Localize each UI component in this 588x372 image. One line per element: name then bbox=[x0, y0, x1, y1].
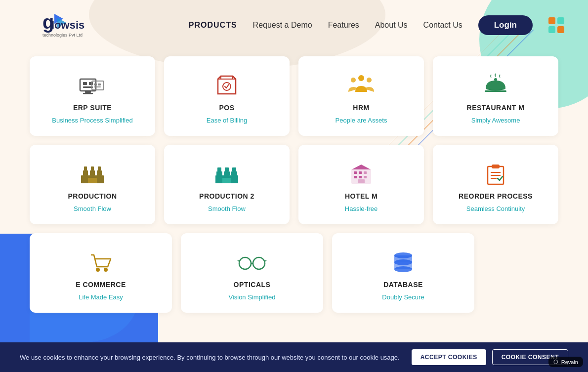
svg-point-57 bbox=[96, 268, 100, 272]
svg-rect-14 bbox=[83, 93, 93, 94]
svg-rect-41 bbox=[232, 167, 236, 171]
svg-rect-49 bbox=[364, 176, 367, 178]
svg-point-58 bbox=[104, 268, 108, 272]
restaurant-icon bbox=[481, 72, 510, 99]
product-hrm[interactable]: HRM People are Assets bbox=[298, 56, 424, 136]
svg-rect-37 bbox=[224, 171, 230, 175]
hotel-icon bbox=[346, 161, 376, 187]
restaurant-tagline: Simply Awesome bbox=[471, 117, 520, 124]
svg-rect-38 bbox=[231, 171, 237, 175]
cookie-message: We use cookies to enhance your browsing … bbox=[20, 354, 412, 361]
svg-rect-42 bbox=[222, 178, 231, 183]
svg-rect-16 bbox=[94, 83, 97, 85]
app-grid-icon[interactable] bbox=[548, 17, 564, 33]
svg-rect-47 bbox=[354, 176, 357, 178]
svg-rect-17 bbox=[98, 83, 101, 85]
svg-rect-50 bbox=[358, 179, 365, 183]
svg-point-59 bbox=[239, 257, 251, 269]
erp-suite-tagline: Business Process Simplified bbox=[52, 117, 132, 124]
product-hotel[interactable]: HOTEL M Hassle-free bbox=[298, 145, 424, 224]
svg-line-63 bbox=[265, 260, 266, 261]
production2-name: PRODUCTION 2 bbox=[199, 192, 254, 200]
pos-tagline: Ease of Billing bbox=[207, 117, 247, 124]
reorder-icon bbox=[481, 161, 510, 187]
nav-contact-us[interactable]: Contact Us bbox=[423, 21, 462, 30]
header: g lowsis technologies Pvt Ltd PRODUCTS R… bbox=[0, 0, 588, 50]
svg-text:technologies Pvt Ltd: technologies Pvt Ltd bbox=[42, 33, 83, 38]
ecommerce-tagline: Life Made Easy bbox=[79, 293, 123, 301]
nav-about-us[interactable]: About Us bbox=[375, 21, 408, 30]
main-content: ERP SUITE Business Process Simplified PO… bbox=[0, 50, 588, 323]
svg-rect-46 bbox=[364, 171, 367, 174]
reorder-name: REORDER PROCESS bbox=[459, 192, 533, 200]
opticals-tagline: Vision Simplified bbox=[228, 293, 275, 301]
erp-suite-name: ERP SUITE bbox=[73, 104, 112, 112]
svg-rect-29 bbox=[90, 170, 95, 175]
database-name: DATABASE bbox=[383, 281, 423, 289]
svg-rect-10 bbox=[83, 82, 87, 85]
database-icon bbox=[388, 249, 418, 276]
production-tagline: Smooth Flow bbox=[74, 205, 111, 212]
logo-area: g lowsis technologies Pvt Ltd bbox=[24, 8, 93, 42]
svg-rect-30 bbox=[97, 170, 102, 175]
svg-rect-45 bbox=[359, 171, 362, 174]
opticals-icon bbox=[237, 249, 267, 276]
database-tagline: Doubly Secure bbox=[382, 293, 424, 301]
opticals-name: OPTICALS bbox=[234, 281, 271, 289]
svg-point-23 bbox=[367, 78, 372, 83]
hrm-name: HRM bbox=[353, 104, 369, 112]
nav-products[interactable]: PRODUCTS bbox=[189, 21, 237, 30]
product-reorder[interactable]: REORDER PROCESS Seamless Continuity bbox=[433, 145, 558, 224]
production-icon bbox=[78, 161, 107, 187]
production2-icon bbox=[212, 161, 242, 187]
accept-cookies-button[interactable]: ACCEPT COOKIES bbox=[412, 349, 486, 365]
product-production2[interactable]: PRODUCTION 2 Smooth Flow bbox=[164, 145, 290, 224]
hotel-tagline: Hassle-free bbox=[345, 205, 378, 212]
product-database[interactable]: DATABASE Doubly Secure bbox=[332, 233, 474, 313]
production2-tagline: Smooth Flow bbox=[208, 205, 246, 212]
erp-icon bbox=[78, 72, 107, 99]
product-opticals[interactable]: OPTICALS Vision Simplified bbox=[181, 233, 323, 313]
svg-rect-44 bbox=[354, 171, 357, 174]
svg-text:lowsis: lowsis bbox=[51, 19, 84, 31]
svg-marker-51 bbox=[352, 165, 371, 169]
product-production[interactable]: PRODUCTION Smooth Flow bbox=[30, 145, 155, 224]
products-row-2: PRODUCTION Smooth Flow PRODUCTION 2 bbox=[30, 145, 558, 224]
svg-rect-39 bbox=[217, 167, 221, 171]
ecommerce-icon bbox=[86, 249, 116, 276]
cookie-buttons: ACCEPT COOKIES COOKIE CONSENT bbox=[412, 349, 568, 365]
production-name: PRODUCTION bbox=[68, 192, 117, 200]
svg-point-60 bbox=[253, 257, 265, 269]
main-nav: PRODUCTS Request a Demo Features About U… bbox=[189, 15, 564, 35]
svg-rect-33 bbox=[98, 166, 101, 170]
hrm-tagline: People are Assets bbox=[336, 117, 387, 124]
logo-icon: g lowsis technologies Pvt Ltd bbox=[24, 8, 93, 42]
svg-point-25 bbox=[494, 78, 497, 81]
product-erp-suite[interactable]: ERP SUITE Business Process Simplified bbox=[30, 56, 155, 136]
nav-features[interactable]: Features bbox=[328, 21, 359, 30]
svg-rect-36 bbox=[216, 171, 222, 175]
hotel-name: HOTEL M bbox=[345, 192, 378, 200]
product-pos[interactable]: POS Ease of Billing bbox=[164, 56, 290, 136]
svg-point-21 bbox=[358, 75, 364, 81]
svg-rect-34 bbox=[88, 178, 97, 183]
cookie-banner: We use cookies to enhance your browsing … bbox=[0, 342, 588, 372]
pos-name: POS bbox=[219, 104, 234, 112]
product-ecommerce[interactable]: E COMMERCE Life Made Easy bbox=[30, 233, 172, 313]
svg-rect-28 bbox=[83, 170, 88, 175]
nav-request-demo[interactable]: Request a Demo bbox=[253, 21, 312, 30]
hrm-icon bbox=[346, 72, 376, 99]
ecommerce-name: E COMMERCE bbox=[76, 281, 126, 289]
svg-rect-48 bbox=[359, 176, 362, 178]
pos-icon bbox=[212, 72, 242, 99]
reorder-tagline: Seamless Continuity bbox=[466, 205, 525, 212]
svg-rect-13 bbox=[85, 91, 91, 93]
revain-icon: ⬡ bbox=[553, 359, 558, 365]
products-row-1: ERP SUITE Business Process Simplified PO… bbox=[30, 56, 558, 136]
login-button[interactable]: Login bbox=[478, 15, 533, 35]
svg-line-62 bbox=[238, 260, 239, 261]
svg-rect-18 bbox=[94, 86, 101, 87]
product-restaurant[interactable]: RESTAURANT M Simply Awesome bbox=[433, 56, 558, 136]
restaurant-name: RESTAURANT M bbox=[467, 104, 525, 112]
svg-point-22 bbox=[351, 78, 356, 83]
